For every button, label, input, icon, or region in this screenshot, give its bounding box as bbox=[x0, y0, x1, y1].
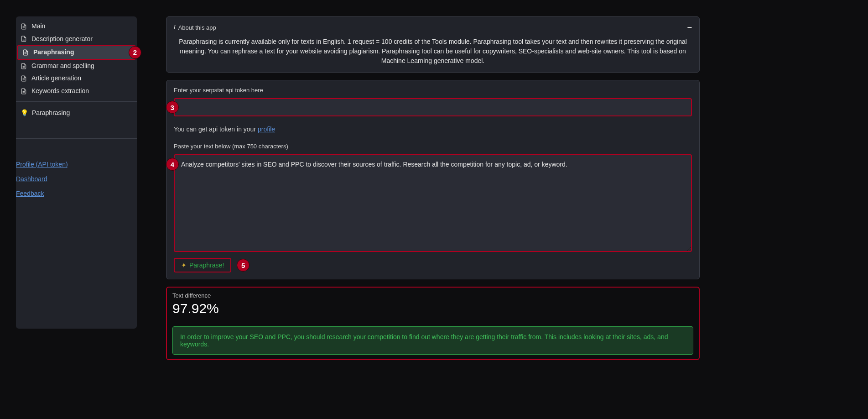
lightbulb-icon: 💡 bbox=[21, 109, 28, 116]
document-icon bbox=[22, 49, 29, 56]
profile-link[interactable]: profile bbox=[258, 126, 275, 133]
link-feedback[interactable]: Feedback bbox=[16, 187, 132, 202]
token-input[interactable] bbox=[174, 98, 692, 116]
document-icon bbox=[21, 36, 27, 42]
sidebar-item-main[interactable]: Main bbox=[16, 20, 137, 33]
sidebar-item-label: Grammar and spelling bbox=[31, 62, 94, 71]
link-profile-api-token[interactable]: Profile (API token) bbox=[16, 158, 132, 173]
result-panel: Text difference 97.92% In order to impro… bbox=[166, 287, 700, 360]
document-icon bbox=[21, 88, 27, 94]
document-icon bbox=[21, 23, 27, 30]
paste-textarea[interactable] bbox=[174, 154, 692, 252]
about-title: i About this app bbox=[174, 24, 216, 31]
result-label: Text difference bbox=[172, 292, 693, 299]
token-hint: You can get api token in your profile bbox=[174, 126, 692, 133]
sidebar-item-label: Paraphrasing bbox=[33, 48, 74, 57]
sparkle-icon: ✦ bbox=[181, 262, 187, 269]
sidebar-sub-label: Paraphrasing bbox=[32, 109, 70, 116]
main-content: i About this app − Paraphrasing is curre… bbox=[166, 16, 700, 419]
result-value: 97.92% bbox=[172, 301, 693, 316]
sidebar-item-paraphrasing[interactable]: Paraphrasing 2 bbox=[17, 45, 136, 60]
sidebar-sub-paraphrasing[interactable]: 💡 Paraphrasing bbox=[16, 105, 137, 120]
paste-label: Paste your text below (max 750 character… bbox=[174, 143, 692, 150]
sidebar-item-grammar-spelling[interactable]: Grammar and spelling bbox=[16, 60, 137, 73]
sidebar-item-article-generation[interactable]: Article generation bbox=[16, 72, 137, 85]
step-badge-4: 4 bbox=[166, 158, 179, 171]
document-icon bbox=[21, 63, 27, 69]
collapse-button[interactable]: − bbox=[687, 23, 692, 31]
paraphrase-button[interactable]: ✦ Paraphrase! bbox=[174, 258, 231, 272]
document-icon bbox=[21, 75, 27, 82]
sidebar-item-description-generator[interactable]: Description generator bbox=[16, 33, 137, 46]
result-output: In order to improve your SEO and PPC, yo… bbox=[172, 326, 693, 355]
divider bbox=[16, 101, 137, 102]
step-badge-3: 3 bbox=[166, 101, 179, 114]
link-dashboard[interactable]: Dashboard bbox=[16, 173, 132, 187]
sidebar-item-label: Keywords extraction bbox=[31, 87, 89, 96]
about-text: Paraphrasing is currently available only… bbox=[174, 37, 692, 66]
info-icon: i bbox=[174, 24, 176, 31]
sidebar-item-keywords-extraction[interactable]: Keywords extraction bbox=[16, 85, 137, 98]
about-panel: i About this app − Paraphrasing is curre… bbox=[166, 16, 700, 73]
step-badge-5: 5 bbox=[237, 259, 249, 272]
divider bbox=[16, 138, 137, 139]
step-badge-2: 2 bbox=[129, 46, 141, 59]
sidebar: Main Description generator Paraphrasing … bbox=[16, 16, 137, 329]
sidebar-item-label: Description generator bbox=[31, 35, 93, 44]
token-label: Enter your serpstat api token here bbox=[174, 87, 692, 94]
sidebar-item-label: Article generation bbox=[31, 74, 81, 83]
form-panel: Enter your serpstat api token here 3 You… bbox=[166, 80, 700, 279]
sidebar-item-label: Main bbox=[31, 22, 45, 31]
